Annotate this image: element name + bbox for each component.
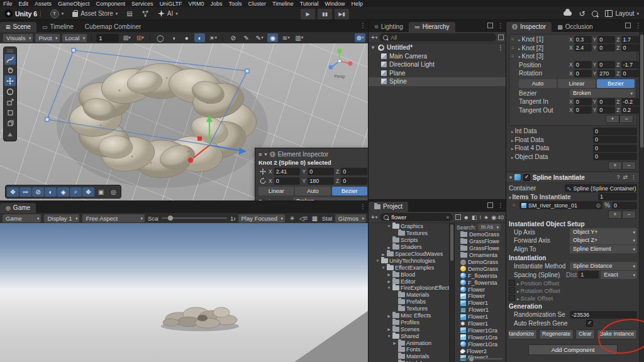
spline-data-row[interactable]: Float Data 0 — [509, 136, 637, 145]
search-result-item[interactable]: Ornamenta — [455, 252, 506, 259]
search-result-item[interactable]: Flower — [455, 286, 506, 293]
projection-label[interactable]: Persp — [326, 74, 353, 79]
search-result-item[interactable]: Flower1 — [455, 300, 506, 307]
view-hand-tool-button[interactable] — [4, 65, 16, 75]
search-result-item[interactable]: Flower1Gra — [455, 327, 506, 334]
expander-arrow-icon[interactable]: ▶ — [392, 341, 397, 345]
container-object-field[interactable]: ∿ Spline (Spline Container) ⊙ — [565, 184, 637, 192]
play-focused-dropdown[interactable]: Play Focused — [238, 214, 286, 222]
account-menu[interactable]: T ▾ — [46, 7, 69, 20]
project-tree-item[interactable]: Prefabs — [369, 299, 449, 305]
search-result-item[interactable]: DemoGrass — [455, 259, 506, 266]
tab-scene[interactable]: ⊞Scene — [0, 22, 36, 32]
display-dropdown[interactable]: Display 1 — [44, 214, 79, 222]
knot-rot-y[interactable]: 180 — [308, 177, 334, 185]
project-tree-item[interactable]: Materials — [369, 353, 449, 360]
knot3-pos-x[interactable]: 0 — [574, 61, 592, 69]
knot-pos-y[interactable]: 0 — [308, 168, 334, 175]
search-window-icon[interactable] — [455, 214, 461, 220]
custom-tool-button[interactable] — [4, 129, 16, 140]
local-dropdown[interactable]: Local — [62, 34, 87, 42]
spline-data-row[interactable]: Float 4 Data 0 — [509, 144, 637, 153]
rect-tool-button[interactable] — [4, 107, 16, 118]
drag-handle-icon[interactable]: ≡ — [511, 53, 516, 59]
tab-hierarchy[interactable]: ≔Hierarchy — [409, 22, 455, 32]
cut-disabled-icon[interactable]: ⊘ — [32, 187, 44, 197]
search-result-item[interactable]: F_flowersta — [455, 279, 506, 286]
hierarchy-item[interactable]: Plane — [369, 69, 506, 78]
vsync-grid-icon[interactable]: ▦ — [311, 214, 319, 222]
project-tree-item[interactable]: ▶ Animation — [369, 339, 449, 346]
component-enabled-checkbox[interactable]: ✓ — [523, 174, 530, 181]
network-icon[interactable] — [142, 10, 149, 18]
collab-icon[interactable]: ☻ — [464, 214, 469, 221]
knot-pos-x[interactable]: 2.41 — [274, 168, 301, 175]
project-tree-item[interactable]: Textures — [369, 305, 449, 312]
alert-icon[interactable]: ! — [480, 214, 482, 221]
spline-tool-button[interactable] — [4, 54, 16, 65]
grid-size-field[interactable]: 1 — [96, 34, 119, 42]
project-tree-item[interactable]: Materials — [369, 292, 449, 299]
tangent-in-z[interactable]: -0.2 — [621, 98, 639, 106]
menu-item[interactable]: GameObject — [55, 1, 93, 7]
shaded-mode-icon[interactable]: ◯ — [155, 33, 165, 42]
expander-arrow-icon[interactable]: ▶ — [387, 279, 391, 283]
package-manager-icon[interactable]: ▤ — [126, 10, 132, 17]
tab-project[interactable]: Project — [369, 202, 408, 212]
knot3-rot-x[interactable]: 0 — [574, 70, 592, 77]
help-icon[interactable]: ? — [616, 174, 619, 180]
remove-knot-button[interactable]: − — [619, 115, 633, 123]
knot-row[interactable]: ≡ Knot [1] X0.3 Y0 Z1.7 — [511, 35, 635, 44]
scrollbar-thumb[interactable] — [450, 224, 453, 261]
tab-cubemap-combiner[interactable]: Cubemap Combiner — [79, 22, 147, 32]
search-window-icon[interactable] — [498, 35, 504, 40]
transform-tool-button[interactable] — [4, 118, 16, 129]
item-object-field[interactable]: SM_river_stone_01 ⊙ — [519, 201, 602, 209]
clear-search-icon[interactable]: × — [446, 214, 449, 221]
knot-pos-z[interactable]: 0 — [341, 168, 367, 175]
add-item-button[interactable]: + — [608, 211, 622, 219]
menu-item[interactable]: Edit — [16, 1, 32, 7]
favorites-star-icon[interactable]: ★ — [484, 214, 489, 221]
create-button[interactable]: +▾ — [371, 34, 377, 41]
project-tree-item[interactable]: ▶ Blood — [369, 271, 449, 278]
search-result-item[interactable]: GrassFlowe — [455, 238, 506, 245]
pivot-dropdown[interactable]: Pivot — [35, 34, 59, 42]
move-tool-button[interactable] — [4, 75, 16, 86]
panel-menu-icon[interactable]: ⋮ — [360, 203, 366, 210]
collapse-arrow-icon[interactable]: ▾ — [265, 151, 267, 157]
gizmo-pen-icon[interactable]: ✎ — [241, 33, 252, 42]
project-scrollbar[interactable] — [449, 222, 455, 362]
remove-data-button[interactable]: − — [622, 162, 636, 170]
inspector-scrollbar[interactable] — [639, 32, 644, 362]
tangent-out-y[interactable]: 0 — [597, 106, 615, 114]
visuals-dropdown[interactable]: Visuals — [3, 34, 33, 42]
search-result-item[interactable]: Flower1Gra — [455, 341, 506, 348]
generation-button[interactable]: Clear — [575, 329, 595, 339]
scrollbar-thumb[interactable] — [640, 35, 643, 148]
presets-icon[interactable]: ⇄ — [623, 174, 628, 180]
maximize-icon[interactable] — [487, 23, 493, 28]
menu-item[interactable]: Help — [348, 1, 366, 7]
menu-item[interactable]: Jobs — [207, 1, 225, 7]
stats-button[interactable]: Stats — [322, 215, 332, 222]
spline-data-row[interactable]: Int Data 0 — [509, 127, 637, 136]
spacing-dist-field[interactable]: 1 — [579, 271, 599, 278]
expander-arrow-icon[interactable]: ▶ — [381, 252, 386, 256]
step-button[interactable]: ▶▮ — [334, 8, 350, 20]
menu-item[interactable]: Component — [93, 1, 129, 7]
orient-icon[interactable]: ◎ — [108, 187, 119, 197]
menu-item[interactable]: VRM0 — [185, 1, 207, 7]
project-tree-item[interactable]: ▼ FireExplosionEffect — [369, 285, 449, 292]
drag-handle-icon[interactable]: ≡ — [511, 45, 516, 51]
search-result-item[interactable]: DemoGrass — [455, 265, 506, 272]
scene-menu-icon[interactable]: ⋮ — [497, 44, 504, 51]
project-tree-item[interactable]: ▶ Shaders — [369, 244, 449, 251]
tab-timeline[interactable]: ▭Timeline — [36, 22, 79, 32]
drag-handle-icon[interactable]: ≡ — [513, 202, 518, 208]
lighting-toggle-icon[interactable]: ◐ — [194, 33, 205, 42]
offset-row[interactable]: Rotation Offset — [509, 287, 637, 294]
offset-checkbox[interactable] — [509, 287, 515, 293]
tangent-mode-button[interactable]: Auto — [519, 79, 557, 88]
drag-handle-icon[interactable] — [7, 50, 13, 52]
